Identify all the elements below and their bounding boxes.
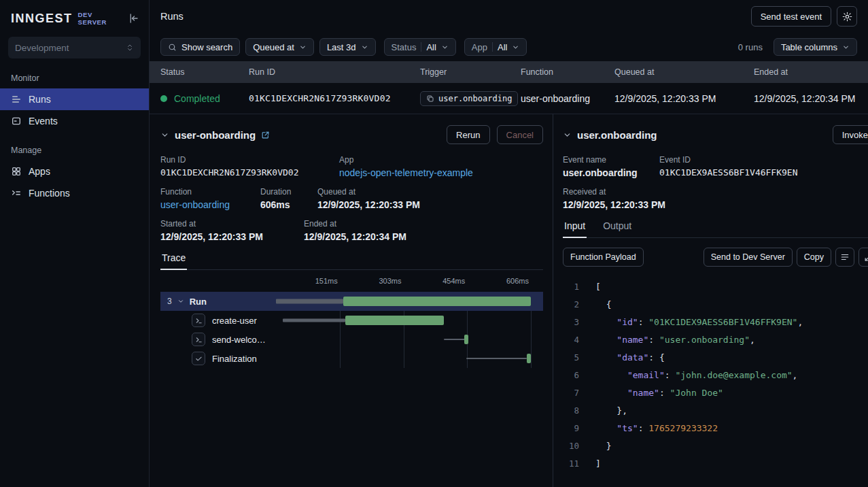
status-filter-dropdown[interactable]: Status All [384,38,456,56]
trace-collapse-count[interactable]: 3 [167,297,172,306]
code-line-content: "name": "user.onboarding", [595,335,755,345]
code-line: 3 "id": "01KC1DEX9AESS6BF1V46FFK9EN", [563,313,868,331]
status-filter-label: Status [392,42,417,52]
tab-input[interactable]: Input [563,220,587,237]
invoke-button[interactable]: Invoke [833,125,868,144]
collapse-sidebar-icon[interactable] [127,12,139,24]
send-to-dev-server-button[interactable]: Send to Dev Server [704,248,793,267]
environment-selector[interactable]: Development [8,37,141,58]
rerun-button[interactable]: Rerun [447,125,489,144]
queued-at-value: 12/9/2025, 12:20:33 PM [614,93,754,104]
field-label: Queued at [317,187,420,197]
runs-count: 0 runs [738,42,763,52]
trace-rows-list: 3Runcreate-usersend-welco…Finalization [160,292,543,368]
tab-output[interactable]: Output [602,220,633,237]
column-header-trigger: Trigger [420,67,521,77]
code-line-number: 5 [563,352,579,363]
app-filter-dropdown[interactable]: App All [464,38,527,56]
terminal-step-icon [192,333,205,346]
environment-label: Development [15,43,69,53]
chevron-down-icon[interactable] [563,131,572,139]
app-window: INNGEST DEV SERVER Development Monitor R… [0,0,868,487]
divider [492,42,493,52]
trace-row-chart [276,311,531,330]
search-icon [168,43,177,52]
sidebar-item-functions[interactable]: Functions [0,182,149,204]
send-test-event-button[interactable]: Send test event [751,6,831,27]
trace-row-label-cell: create-user [160,314,276,327]
trace-row[interactable]: Finalization [160,349,543,368]
code-line: 11] [563,454,868,472]
terminal-step-icon [192,314,205,327]
monitor-section-label: Monitor [0,60,149,88]
table-columns-label: Table columns [781,42,837,52]
trace-row-name: Finalization [212,354,257,364]
trace-row-name: send-welco… [212,335,266,345]
sidebar: INNGEST DEV SERVER Development Monitor R… [0,0,150,487]
cancel-button[interactable]: Cancel [497,125,543,144]
run-id: 01KC1DEXCHR2N617Z93RK0VD02 [249,93,420,103]
code-line-content: ] [595,458,601,469]
expand-button[interactable] [858,248,868,267]
show-search-button[interactable]: Show search [160,38,240,56]
settings-button[interactable] [837,6,857,27]
inngest-logo: INNGEST [11,12,73,26]
started-at-value: 12/9/2025, 12:20:33 PM [160,231,304,242]
event-id-value: 01KC1DEX9AESS6BF1V46FFK9EN [659,167,798,178]
sidebar-item-runs[interactable]: Runs [0,88,149,110]
trace-row[interactable]: 3Run [160,292,543,311]
trace-row[interactable]: send-welco… [160,330,543,349]
sidebar-item-events[interactable]: Events [0,110,149,132]
run-detail-panel: user-onboarding Rerun Cancel Run ID 01KC… [150,114,553,487]
trace-row[interactable]: create-user [160,311,543,330]
table-row[interactable]: Completed 01KC1DEXCHR2N617Z93RK0VD02 use… [150,83,868,114]
time-range-dropdown[interactable]: Last 3d [319,38,376,56]
queued-at-dropdown[interactable]: Queued at [245,38,314,56]
sidebar-item-apps[interactable]: Apps [0,161,149,182]
code-line-content: "email": "john.doe@example.com", [595,370,797,380]
chevron-down-icon [361,44,368,51]
code-line: 2 { [563,295,868,313]
gear-icon [842,12,852,22]
app-link[interactable]: nodejs-open-telemetry-example [339,167,473,178]
trigger-badge[interactable]: user.onboarding [420,91,518,106]
trace-tick-label: 151ms [315,277,340,285]
code-line-number: 11 [563,458,579,469]
code-line-content: { [595,299,611,309]
code-line-number: 7 [563,388,579,398]
chevron-down-icon[interactable] [177,298,184,305]
chevron-down-icon[interactable] [160,131,169,139]
trigger-name: user.onboarding [438,94,512,103]
trace-row-label-cell: 3Run [160,297,276,307]
function-payload-button[interactable]: Function Payload [563,248,644,267]
trace-row-chart [276,349,531,368]
tab-trace[interactable]: Trace [160,252,187,269]
trace-waterfall: 151ms303ms454ms606ms 3Runcreate-usersend… [160,277,543,487]
expand-icon [864,253,868,262]
field-label: Received at [563,187,665,197]
field-label: App [339,155,473,165]
code-line: 7 "name": "John Doe" [563,384,868,401]
code-line-number: 6 [563,370,579,380]
copy-button[interactable]: Copy [797,248,831,267]
function-link[interactable]: user-onboarding [160,199,260,210]
logo-row: INNGEST DEV SERVER [0,0,149,33]
duration-value: 606ms [260,199,317,210]
field-label: Duration [260,187,317,197]
run-id-value: 01KC1DEXCHR2N617Z93RK0VD02 [160,167,339,178]
trace-wait-bar [444,339,466,340]
table-columns-dropdown[interactable]: Table columns [774,38,857,56]
app-filter-value: All [498,42,507,52]
code-line-content: [ [595,282,601,292]
code-line-number: 9 [563,423,579,433]
trace-row-name: create-user [212,316,257,326]
page-title: Runs [160,11,184,22]
word-wrap-button[interactable] [835,248,854,267]
received-at-value: 12/9/2025, 12:20:33 PM [563,199,665,210]
code-line-number: 3 [563,317,579,327]
dev-server-badge: DEV SERVER [78,11,122,26]
external-link-icon[interactable] [261,131,270,139]
events-icon [11,116,22,127]
field-label: Ended at [304,219,406,229]
show-search-label: Show search [181,42,232,52]
